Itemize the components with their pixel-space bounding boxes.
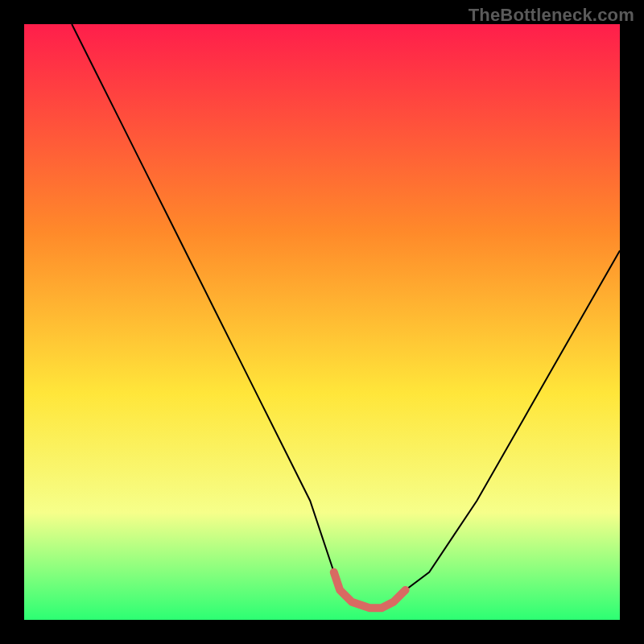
bottleneck-chart	[24, 24, 620, 620]
watermark-text: TheBottleneck.com	[469, 5, 634, 26]
gradient-background	[24, 24, 620, 620]
chart-stage: TheBottleneck.com	[0, 0, 644, 644]
